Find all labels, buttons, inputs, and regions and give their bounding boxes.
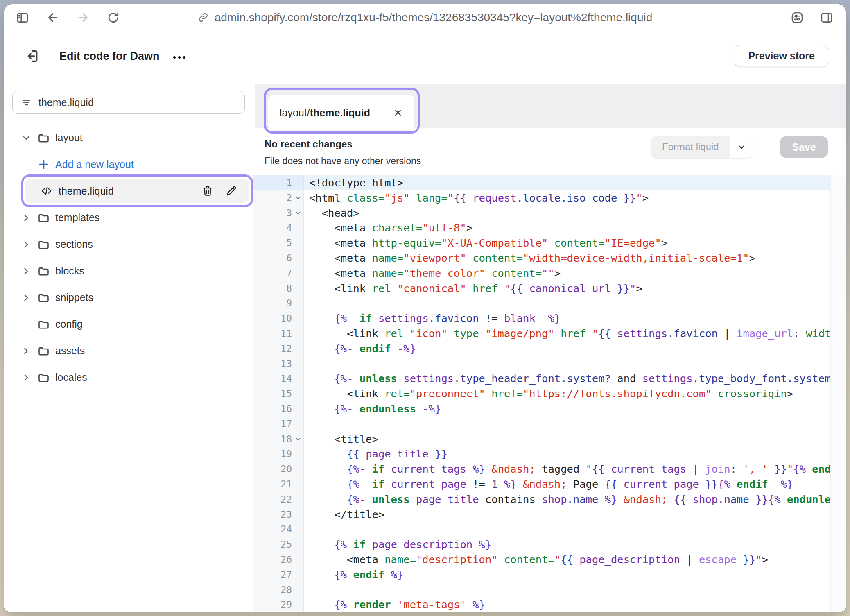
- code-text[interactable]: {% endif %}: [304, 567, 830, 582]
- file-search-input[interactable]: theme.liquid: [12, 91, 245, 114]
- code-line-8[interactable]: 8 <link rel="canonical" href="{{ canonic…: [253, 281, 846, 296]
- code-line-29[interactable]: 29 {% render 'meta-tags' %}: [253, 597, 846, 612]
- code-line-21[interactable]: 21 {%- if current_page != 1 %} &ndash; P…: [253, 477, 846, 492]
- fold-chevron-icon[interactable]: [295, 195, 301, 201]
- sidebar-item-config[interactable]: config: [4, 311, 253, 337]
- code-text[interactable]: [304, 582, 830, 598]
- sidebar-item-sections[interactable]: sections: [4, 231, 253, 258]
- pencil-icon[interactable]: [225, 185, 237, 197]
- code-line-14[interactable]: 14 {%- unless settings.type_header_font.…: [253, 371, 846, 386]
- code-text[interactable]: <!doctype html>: [304, 175, 830, 190]
- code-text[interactable]: <meta charset="utf-8">: [304, 220, 830, 236]
- sidebar-item-theme-liquid[interactable]: theme.liquid: [4, 178, 253, 204]
- trash-icon[interactable]: [201, 185, 214, 197]
- exit-editor-icon[interactable]: [24, 48, 40, 64]
- save-button[interactable]: Save: [780, 136, 828, 158]
- chevron-right-icon[interactable]: [21, 373, 31, 383]
- code-text[interactable]: {%- endif -%}: [304, 341, 830, 356]
- format-dropdown-chevron-icon[interactable]: [730, 136, 753, 158]
- sidebar-item-blocks[interactable]: blocks: [4, 258, 253, 284]
- code-text[interactable]: <meta http-equiv="X-UA-Compatible" conte…: [304, 236, 830, 251]
- code-line-19[interactable]: 19 {{ page_title }}: [253, 446, 846, 462]
- code-line-12[interactable]: 12 {%- endif -%}: [253, 341, 846, 356]
- chevron-right-icon[interactable]: [21, 240, 31, 249]
- code-line-26[interactable]: 26 <meta name="description" content="{{ …: [253, 552, 846, 567]
- code-line-6[interactable]: 6 <meta name="viewport" content="width=d…: [253, 251, 846, 266]
- code-line-10[interactable]: 10 {%- if settings.favicon != blank -%}: [253, 311, 846, 326]
- code-line-4[interactable]: 4 <meta charset="utf-8">: [253, 220, 846, 236]
- code-line-9[interactable]: 9: [253, 296, 846, 311]
- add-new-layout-button[interactable]: Add a new layout: [4, 151, 253, 178]
- chevron-down-icon[interactable]: [21, 133, 31, 143]
- code-text[interactable]: {% render 'meta-tags' %}: [304, 597, 830, 612]
- code-text[interactable]: [304, 522, 830, 537]
- chevron-right-icon[interactable]: [21, 293, 31, 303]
- code-editor[interactable]: 1<!doctype html>2<html class="js" lang="…: [253, 175, 846, 612]
- code-text[interactable]: {%- if current_page != 1 %} &ndash; Page…: [304, 477, 830, 492]
- code-text[interactable]: [304, 417, 830, 432]
- code-text[interactable]: <meta name="description" content="{{ pag…: [304, 552, 830, 567]
- code-line-1[interactable]: 1<!doctype html>: [253, 175, 846, 190]
- code-text[interactable]: {%- if current_tags %} &ndash; tagged "{…: [304, 462, 830, 477]
- browser-settings-icon[interactable]: [790, 11, 804, 25]
- code-line-18[interactable]: 18 <title>: [253, 432, 846, 447]
- editor-scrollbar-gutter[interactable]: [830, 175, 846, 612]
- code-text[interactable]: <meta name="viewport" content="width=dev…: [304, 251, 830, 266]
- format-liquid-label[interactable]: Format liquid: [651, 136, 730, 158]
- code-text[interactable]: {%- if settings.favicon != blank -%}: [304, 311, 830, 326]
- code-line-5[interactable]: 5 <meta http-equiv="X-UA-Compatible" con…: [253, 236, 846, 251]
- forward-icon[interactable]: [76, 11, 90, 25]
- code-line-16[interactable]: 16 {%- endunless -%}: [253, 401, 846, 417]
- code-text[interactable]: <link rel="canonical" href="{{ canonical…: [304, 281, 830, 296]
- sidebar-toggle-icon[interactable]: [16, 11, 29, 25]
- format-liquid-button[interactable]: Format liquid: [651, 136, 753, 158]
- address-bar[interactable]: admin.shopify.com/store/rzq1xu-f5/themes…: [198, 4, 653, 31]
- code-line-20[interactable]: 20 {%- if current_tags %} &ndash; tagged…: [253, 462, 846, 477]
- code-text[interactable]: <link rel="preconnect" href="https://fon…: [304, 386, 830, 401]
- preview-store-button[interactable]: Preview store: [735, 45, 828, 67]
- fold-chevron-icon[interactable]: [295, 436, 301, 442]
- back-icon[interactable]: [46, 11, 60, 25]
- code-text[interactable]: </title>: [304, 507, 830, 522]
- code-text[interactable]: [304, 356, 830, 371]
- code-line-15[interactable]: 15 <link rel="preconnect" href="https://…: [253, 386, 846, 401]
- code-line-13[interactable]: 13: [253, 356, 846, 371]
- sidebar-item-layout[interactable]: layout: [4, 125, 253, 151]
- code-text[interactable]: {%- unless settings.type_header_font.sys…: [304, 371, 830, 386]
- code-text[interactable]: <html class="js" lang="{{ request.locale…: [304, 190, 830, 206]
- code-line-7[interactable]: 7 <meta name="theme-color" content="">: [253, 266, 846, 281]
- fold-chevron-icon[interactable]: [295, 210, 301, 216]
- code-text[interactable]: {%- endunless -%}: [304, 401, 830, 417]
- sidebar-item-locales[interactable]: locales: [4, 364, 253, 391]
- code-line-27[interactable]: 27 {% endif %}: [253, 567, 846, 582]
- code-line-23[interactable]: 23 </title>: [253, 507, 846, 522]
- sidebar-item-templates[interactable]: templates: [4, 204, 253, 231]
- code-text[interactable]: <title>: [304, 432, 830, 447]
- selected-file-pill[interactable]: theme.liquid: [25, 179, 249, 203]
- code-line-28[interactable]: 28: [253, 582, 846, 598]
- code-text[interactable]: {% if page_description %}: [304, 537, 830, 552]
- code-text[interactable]: <meta name="theme-color" content="">: [304, 266, 830, 281]
- code-line-2[interactable]: 2<html class="js" lang="{{ request.local…: [253, 190, 846, 206]
- code-text[interactable]: {{ page_title }}: [304, 446, 830, 462]
- tab-theme-liquid[interactable]: layout/theme.liquid: [268, 95, 414, 130]
- more-actions-icon[interactable]: [171, 48, 189, 64]
- code-line-11[interactable]: 11 <link rel="icon" type="image/png" hre…: [253, 326, 846, 341]
- close-tab-icon[interactable]: [393, 108, 403, 118]
- sidebar-item-assets[interactable]: assets: [4, 337, 253, 364]
- chevron-right-icon[interactable]: [21, 346, 31, 356]
- sidebar-panel-right-icon[interactable]: [820, 11, 834, 25]
- code-text[interactable]: {%- unless page_title contains shop.name…: [304, 492, 830, 507]
- chevron-right-icon[interactable]: [21, 266, 31, 276]
- code-text[interactable]: <head>: [304, 206, 830, 221]
- code-line-25[interactable]: 25 {% if page_description %}: [253, 537, 846, 552]
- code-line-22[interactable]: 22 {%- unless page_title contains shop.n…: [253, 492, 846, 507]
- code-line-3[interactable]: 3 <head>: [253, 206, 846, 221]
- reload-icon[interactable]: [106, 11, 120, 25]
- sidebar-item-snippets[interactable]: snippets: [4, 284, 253, 311]
- code-text[interactable]: <link rel="icon" type="image/png" href="…: [304, 326, 830, 341]
- chevron-right-icon[interactable]: [21, 213, 31, 223]
- code-line-24[interactable]: 24: [253, 522, 846, 537]
- code-text[interactable]: [304, 296, 830, 311]
- code-line-17[interactable]: 17: [253, 417, 846, 432]
